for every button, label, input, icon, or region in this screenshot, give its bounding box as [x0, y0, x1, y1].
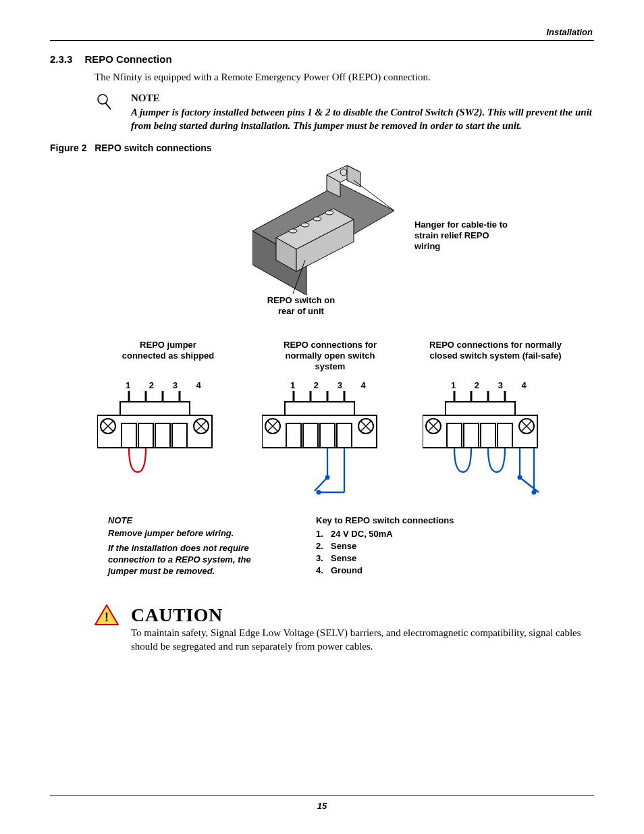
note-title: NOTE — [131, 93, 594, 104]
magnifier-icon — [95, 93, 115, 133]
key-item: 2.Sense — [316, 540, 518, 552]
page-number: 15 — [0, 801, 644, 811]
panel-note: NOTE Remove jumper before wiring. If the… — [108, 515, 257, 578]
svg-rect-46 — [303, 423, 318, 448]
note-text: A jumper is factory installed between pi… — [131, 105, 594, 133]
key-list: 1.24 V DC, 50mA 2.Sense 3.Sense 4.Ground — [316, 528, 518, 577]
col2-diagram — [262, 391, 404, 499]
key-title: Key to REPO switch connections — [316, 515, 518, 525]
svg-rect-70 — [498, 423, 512, 448]
note-block: NOTE A jumper is factory installed betwe… — [95, 93, 594, 133]
svg-rect-48 — [337, 423, 352, 448]
col3-title: REPO connections for normally closed swi… — [421, 340, 570, 362]
section-heading: 2.3.3 REPO Connection — [50, 53, 594, 65]
svg-rect-69 — [481, 423, 495, 448]
col1-pins: 1 2 3 4 — [126, 380, 209, 391]
svg-point-14 — [325, 211, 333, 215]
key-item: 3.Sense — [316, 552, 518, 565]
intro-text: The Nfinity is equipped with a Remote Em… — [95, 72, 594, 83]
caution-block: ! CAUTION To maintain safety, Signal Edg… — [95, 604, 594, 654]
key-item: 4.Ground — [316, 565, 518, 577]
svg-rect-29 — [122, 423, 136, 448]
svg-rect-21 — [120, 402, 190, 415]
switch-callout: REPO switch on rear of unit — [261, 295, 342, 317]
panel-note-title: NOTE — [108, 515, 257, 525]
col1-title: REPO jumper connected as shipped — [121, 340, 215, 362]
caution-text: To maintain safety, Signal Edge Low Volt… — [131, 626, 594, 654]
svg-point-12 — [301, 223, 309, 227]
key-item: 1.24 V DC, 50mA — [316, 528, 518, 540]
svg-point-11 — [289, 229, 297, 233]
col3-diagram — [423, 391, 578, 499]
panel-note-line1: Remove jumper before wiring. — [108, 528, 257, 540]
figure-title: REPO switch connections — [95, 142, 211, 153]
svg-rect-37 — [285, 402, 354, 415]
svg-rect-59 — [446, 402, 515, 415]
warning-icon: ! — [95, 604, 119, 654]
running-header: Installation — [50, 27, 594, 40]
svg-line-75 — [520, 477, 539, 492]
svg-rect-47 — [320, 423, 335, 448]
svg-rect-45 — [286, 423, 301, 448]
col1-diagram — [97, 391, 239, 499]
hanger-callout: Hanger for cable-tie to strain relief RE… — [414, 219, 516, 253]
svg-rect-67 — [447, 423, 462, 448]
key-block: Key to REPO switch connections 1.24 V DC… — [316, 515, 518, 577]
section-title: REPO Connection — [84, 53, 171, 65]
col2-pins: 1 2 3 4 — [290, 380, 374, 391]
svg-rect-32 — [172, 423, 187, 448]
svg-rect-31 — [155, 423, 170, 448]
figure-area: Hanger for cable-tie to strain relief RE… — [50, 160, 594, 599]
svg-text:!: ! — [105, 610, 109, 624]
section-number: 2.3.3 — [50, 53, 72, 65]
svg-point-53 — [317, 490, 321, 494]
caution-title: CAUTION — [131, 604, 594, 626]
col3-pins: 1 2 3 4 — [451, 380, 535, 391]
figure-number: Figure 2 — [50, 142, 86, 153]
svg-rect-68 — [464, 423, 479, 448]
svg-line-54 — [315, 477, 327, 491]
panel-note-line2: If the installation does not require con… — [108, 543, 257, 577]
header-rule — [50, 40, 594, 41]
col2-title: REPO connections for normally open switc… — [273, 340, 387, 373]
repo-switch-illustration — [252, 160, 394, 295]
svg-line-1 — [105, 103, 111, 109]
figure-caption: Figure 2 REPO switch connections — [50, 142, 594, 153]
svg-rect-30 — [138, 423, 153, 448]
svg-point-13 — [313, 217, 321, 221]
footer-rule — [50, 796, 594, 796]
